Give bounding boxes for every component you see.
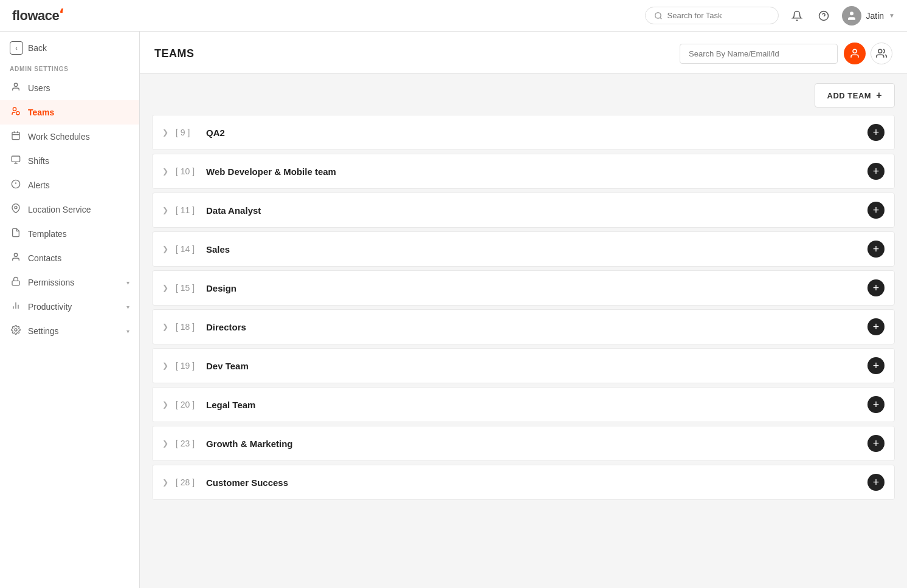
team-name: Design — [206, 283, 867, 293]
notification-icon[interactable] — [788, 7, 805, 24]
team-add-member-button[interactable]: + — [867, 357, 885, 374]
sidebar-templates-label: Templates — [28, 229, 129, 239]
team-number: [ 10 ] — [176, 166, 200, 176]
team-add-member-button[interactable]: + — [867, 202, 885, 219]
logo-accent-mark: ʻ — [59, 6, 64, 25]
shifts-icon — [10, 155, 22, 167]
help-icon[interactable] — [815, 7, 832, 24]
teams-icon — [10, 106, 22, 118]
team-name: Data Analyst — [206, 205, 867, 216]
back-label: Back — [28, 43, 47, 53]
sidebar-item-templates[interactable]: Templates — [0, 222, 139, 246]
work-schedules-icon — [10, 131, 22, 143]
team-add-member-button[interactable]: + — [867, 124, 885, 141]
sidebar-item-teams[interactable]: Teams — [0, 100, 139, 125]
team-row[interactable]: ❯ [ 11 ] Data Analyst + — [152, 193, 895, 228]
team-number: [ 11 ] — [176, 205, 200, 215]
logo[interactable]: flowaceʻ — [12, 6, 64, 25]
sidebar-item-productivity[interactable]: Productivity ▾ — [0, 295, 139, 319]
single-user-view-button[interactable] — [844, 43, 866, 64]
sidebar-location-service-label: Location Service — [28, 205, 129, 214]
nav-icons: Jatin ▼ — [788, 6, 895, 26]
search-name-input[interactable] — [680, 44, 838, 64]
add-team-plus-icon: + — [876, 90, 882, 101]
svg-point-6 — [13, 108, 16, 111]
sidebar-alerts-label: Alerts — [28, 180, 129, 190]
team-name: Legal Team — [206, 400, 867, 410]
settings-chevron-icon: ▾ — [126, 328, 129, 335]
team-row[interactable]: ❯ [ 18 ] Directors + — [152, 309, 895, 344]
svg-point-4 — [850, 12, 854, 15]
users-icon — [10, 82, 22, 94]
team-expand-chevron-icon: ❯ — [162, 361, 168, 370]
teams-list: ❯ [ 9 ] QA2 + ❯ [ 10 ] Web Developer & M… — [152, 115, 895, 500]
team-name: Directors — [206, 322, 867, 332]
team-row[interactable]: ❯ [ 28 ] Customer Success + — [152, 465, 895, 500]
location-service-icon — [10, 203, 22, 216]
sidebar-item-alerts[interactable]: Alerts — [0, 173, 139, 197]
sidebar: ‹ Back ADMIN SETTINGS Users Teams Work S… — [0, 32, 140, 588]
team-add-member-button[interactable]: + — [867, 474, 885, 491]
add-team-button[interactable]: ADD TEAM + — [815, 83, 895, 108]
sidebar-work-schedules-label: Work Schedules — [28, 132, 129, 142]
sidebar-item-location-service[interactable]: Location Service — [0, 197, 139, 222]
team-expand-chevron-icon: ❯ — [162, 128, 168, 137]
sidebar-item-settings[interactable]: Settings ▾ — [0, 319, 139, 343]
team-add-member-button[interactable]: + — [867, 241, 885, 258]
sidebar-permissions-label: Permissions — [28, 278, 120, 287]
team-row[interactable]: ❯ [ 19 ] Dev Team + — [152, 348, 895, 383]
team-expand-chevron-icon: ❯ — [162, 439, 168, 448]
team-name: Sales — [206, 244, 867, 255]
team-expand-chevron-icon: ❯ — [162, 284, 168, 292]
sidebar-users-label: Users — [28, 83, 129, 93]
team-row[interactable]: ❯ [ 23 ] Growth & Marketing + — [152, 426, 895, 461]
team-row[interactable]: ❯ [ 9 ] QA2 + — [152, 115, 895, 150]
sidebar-item-contacts[interactable]: Contacts — [0, 246, 139, 270]
team-row[interactable]: ❯ [ 15 ] Design + — [152, 270, 895, 306]
team-add-member-button[interactable]: + — [867, 318, 885, 335]
team-expand-chevron-icon: ❯ — [162, 323, 168, 331]
team-row[interactable]: ❯ [ 20 ] Legal Team + — [152, 387, 895, 422]
sidebar-item-permissions[interactable]: Permissions ▾ — [0, 270, 139, 295]
team-row[interactable]: ❯ [ 10 ] Web Developer & Mobile team + — [152, 154, 895, 189]
team-add-member-button[interactable]: + — [867, 279, 885, 296]
svg-line-1 — [660, 17, 661, 19]
svg-point-26 — [878, 49, 882, 53]
avatar — [842, 6, 861, 26]
header-icons — [844, 43, 892, 64]
logo-ace: ace — [38, 8, 59, 24]
team-row[interactable]: ❯ [ 14 ] Sales + — [152, 231, 895, 267]
team-number: [ 9 ] — [176, 128, 200, 137]
team-add-member-button[interactable]: + — [867, 163, 885, 180]
teams-content: ADD TEAM + ❯ [ 9 ] QA2 + ❯ [ 10 ] Web De… — [140, 74, 907, 588]
sidebar-item-shifts[interactable]: Shifts — [0, 149, 139, 173]
back-button[interactable]: ‹ Back — [0, 32, 139, 60]
user-name: Jatin — [866, 11, 885, 21]
svg-rect-20 — [12, 281, 19, 285]
team-name: QA2 — [206, 128, 867, 138]
task-search-bar[interactable] — [645, 7, 779, 24]
alerts-icon — [10, 179, 22, 191]
search-input[interactable] — [667, 11, 770, 20]
sidebar-contacts-label: Contacts — [28, 253, 129, 263]
svg-point-25 — [853, 49, 857, 53]
sidebar-item-work-schedules[interactable]: Work Schedules — [0, 125, 139, 149]
multi-user-view-button[interactable] — [871, 43, 892, 64]
svg-rect-12 — [12, 156, 19, 162]
back-icon: ‹ — [10, 41, 23, 55]
team-expand-chevron-icon: ❯ — [162, 400, 168, 409]
search-icon — [654, 12, 663, 20]
svg-point-7 — [16, 112, 19, 115]
permissions-icon — [10, 276, 22, 289]
team-name: Growth & Marketing — [206, 439, 867, 449]
page-title: TEAMS — [154, 47, 195, 60]
svg-point-18 — [15, 207, 17, 209]
content-header: TEAMS — [140, 32, 907, 74]
user-menu[interactable]: Jatin ▼ — [842, 6, 895, 26]
svg-point-5 — [14, 83, 17, 86]
sidebar-item-users[interactable]: Users — [0, 76, 139, 100]
sidebar-teams-label: Teams — [28, 108, 129, 117]
team-add-member-button[interactable]: + — [867, 435, 885, 452]
svg-point-19 — [14, 253, 17, 256]
team-add-member-button[interactable]: + — [867, 396, 885, 413]
